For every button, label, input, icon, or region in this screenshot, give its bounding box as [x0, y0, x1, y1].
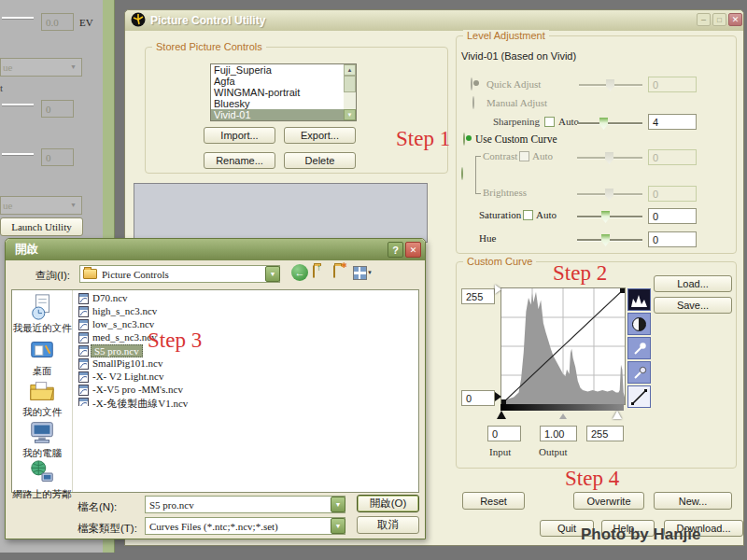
- black-input-slider[interactable]: [497, 411, 506, 419]
- file-item[interactable]: -X-V5 pro -MM's.ncv: [92, 384, 183, 395]
- load-button[interactable]: Load...: [654, 275, 732, 292]
- photo-credit: Photo by Hanjie: [581, 525, 700, 544]
- back-icon[interactable]: ←: [291, 264, 308, 281]
- quick-adjust-radio[interactable]: [471, 77, 472, 91]
- file-name-dropdown[interactable]: S5 pro.ncv: [145, 496, 345, 513]
- quick-adjust-value[interactable]: 0: [648, 77, 697, 92]
- bg-dropdown-1[interactable]: ue ▼: [0, 58, 82, 77]
- sharpening-auto-checkbox[interactable]: [544, 117, 555, 127]
- curve-output-box[interactable]: 255: [586, 426, 624, 441]
- sidebar-item-my-computer[interactable]: 我的電腦: [13, 418, 71, 460]
- minimize-button[interactable]: –: [697, 13, 711, 26]
- rename-button[interactable]: Rename...: [204, 152, 275, 169]
- dialog-close-button[interactable]: ✕: [405, 242, 421, 258]
- sidebar-item-my-documents[interactable]: 我的文件: [13, 377, 71, 419]
- file-item[interactable]: -X- V2 Light.ncv: [92, 371, 163, 382]
- bg-dropdown-2[interactable]: ue ▼: [0, 196, 82, 215]
- sidebar-item-label: 我最近的文件: [13, 322, 72, 335]
- delete-button[interactable]: Delete: [284, 152, 356, 169]
- list-item[interactable]: Fuji_Superia: [211, 64, 356, 76]
- white-input-slider[interactable]: [613, 411, 622, 419]
- saturation-value[interactable]: 0: [648, 208, 697, 224]
- list-item-selected[interactable]: Vivid-01: [211, 109, 345, 120]
- list-item[interactable]: Agfa: [211, 76, 356, 87]
- reset-curve-icon[interactable]: [627, 385, 651, 408]
- up-folder-icon[interactable]: ↑: [313, 266, 315, 277]
- saturation-auto-checkbox[interactable]: [523, 210, 533, 220]
- list-item[interactable]: Bluesky: [211, 98, 356, 109]
- maximize-button[interactable]: □: [712, 13, 726, 26]
- close-button[interactable]: ✕: [728, 13, 742, 26]
- new-folder-icon[interactable]: ✱: [333, 266, 335, 277]
- launch-utility-button[interactable]: Launch Utility: [0, 217, 83, 236]
- contrast-auto-checkbox[interactable]: [519, 151, 529, 161]
- white-point-eyedropper-icon[interactable]: [627, 337, 651, 359]
- brightness-label: Brightness: [483, 187, 527, 198]
- look-in-value: Picture Controls: [102, 269, 169, 280]
- sidebar-item-recent-documents[interactable]: 我最近的文件: [13, 293, 71, 335]
- use-custom-curve-radio[interactable]: [463, 133, 465, 146]
- black-point-eyedropper-icon[interactable]: [627, 361, 651, 384]
- use-custom-curve-label: Use Custom Curve: [475, 133, 557, 145]
- look-in-dropdown[interactable]: Picture Controls: [79, 265, 280, 283]
- curve-gamma-box[interactable]: 1.00: [540, 426, 577, 441]
- dialog-help-button[interactable]: ?: [388, 242, 403, 258]
- views-chevron-icon[interactable]: ▼: [367, 270, 373, 275]
- contrast-icon[interactable]: [627, 313, 651, 335]
- curve-ymax-box[interactable]: 255: [461, 288, 495, 304]
- scroll-down-button[interactable]: ▼: [344, 109, 356, 120]
- sidebar-item-label: 我的文件: [22, 406, 62, 419]
- manual-adjust-label: Manual Adjust: [486, 97, 547, 108]
- contrast-value[interactable]: 0: [648, 149, 697, 165]
- curve-input-box[interactable]: 0: [487, 426, 521, 441]
- hue-value[interactable]: 0: [648, 231, 697, 247]
- manual-adjust-radio[interactable]: [472, 96, 474, 109]
- sharpening-value[interactable]: 4: [648, 114, 697, 130]
- list-item[interactable]: WINGMAN-portrait: [211, 87, 356, 98]
- hue-slider[interactable]: [577, 239, 642, 242]
- scroll-thumb[interactable]: [344, 76, 356, 92]
- file-type-chevron-button[interactable]: ▼: [331, 518, 345, 534]
- histogram-icon[interactable]: [627, 288, 651, 311]
- curve-black-point-marker[interactable]: [495, 392, 501, 401]
- stored-list-scrollbar[interactable]: ▲ ▼: [344, 64, 356, 120]
- ev-value-box[interactable]: 0.0: [41, 13, 74, 31]
- brightness-value[interactable]: 0: [648, 186, 697, 202]
- save-button[interactable]: Save...: [654, 297, 732, 314]
- curve-gradient-bar: [500, 404, 624, 411]
- views-icon[interactable]: [353, 266, 367, 280]
- curve-histogram-chart[interactable]: [500, 287, 626, 405]
- gamma-input-slider[interactable]: [559, 413, 567, 419]
- sidebar-item-network-places[interactable]: 網路上的芳鄰: [13, 459, 71, 501]
- file-item[interactable]: D70.ncv: [92, 292, 128, 303]
- reset-button[interactable]: Reset: [462, 492, 525, 510]
- bg-value-b[interactable]: 0: [41, 148, 74, 166]
- file-item[interactable]: low_s_nc3.ncv: [92, 318, 154, 329]
- file-item[interactable]: -X-兔後製曲線V1.ncv: [92, 397, 188, 411]
- dialog-titlebar[interactable]: [6, 239, 425, 260]
- file-type-dropdown[interactable]: Curves Files (*.ntc;*.ncv;*.set): [145, 517, 345, 535]
- open-button[interactable]: 開啟(O): [357, 495, 419, 512]
- curve-ymin-box[interactable]: 0: [461, 390, 495, 406]
- import-button[interactable]: Import...: [204, 127, 275, 144]
- sidebar-item-desktop[interactable]: 桌面: [13, 336, 71, 378]
- sharpening-slider[interactable]: [577, 122, 642, 125]
- bg-slider-2[interactable]: [2, 104, 34, 106]
- bg-value-a[interactable]: 0: [41, 100, 74, 118]
- file-item-selected[interactable]: S5 pro.ncv: [91, 344, 143, 357]
- saturation-slider[interactable]: [577, 216, 642, 218]
- look-in-chevron-button[interactable]: ▼: [265, 266, 280, 282]
- curve-white-point-marker[interactable]: [495, 285, 501, 294]
- stored-listbox[interactable]: Fuji_Superia Agfa WINGMAN-portrait Blues…: [210, 63, 357, 121]
- scroll-up-button[interactable]: ▲: [344, 64, 356, 76]
- cancel-button[interactable]: 取消: [357, 516, 419, 534]
- overwrite-button[interactable]: Overwrite: [573, 492, 644, 510]
- file-item[interactable]: SmallPig101.ncv: [92, 357, 162, 369]
- file-item[interactable]: high_s_nc3.ncv: [92, 305, 157, 316]
- new-button[interactable]: New...: [654, 492, 732, 510]
- contrast-brightness-radio[interactable]: [461, 167, 463, 180]
- bg-slider-1[interactable]: [2, 17, 34, 20]
- file-name-chevron-button[interactable]: ▼: [331, 497, 345, 512]
- bg-slider-3[interactable]: [2, 153, 34, 156]
- export-button[interactable]: Export...: [284, 127, 356, 144]
